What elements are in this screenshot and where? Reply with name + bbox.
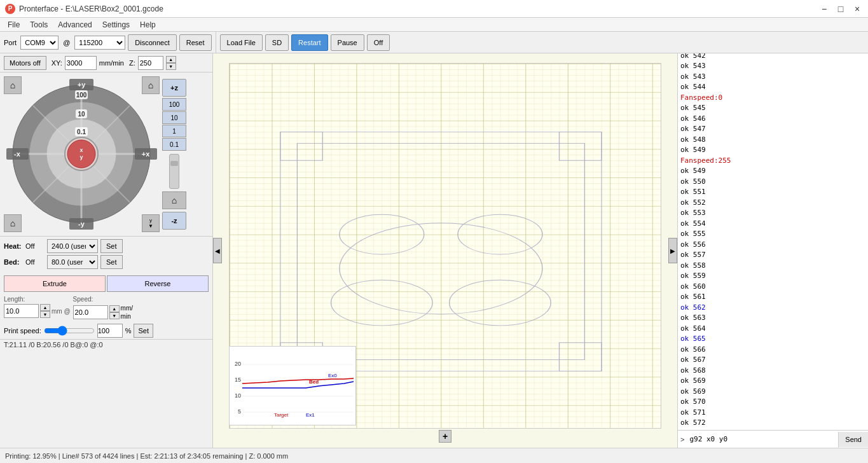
svg-text:Ex0: Ex0 [328,373,337,378]
expand-right-button[interactable]: ▶ [668,238,677,263]
console-line: ok 567 [680,355,865,366]
baud-select[interactable]: 115200 [74,36,125,50]
print-speed-input[interactable] [97,324,123,338]
maximize-button[interactable]: □ [835,3,846,15]
console-line: ok 561 [680,292,865,303]
close-button[interactable]: × [851,3,863,15]
console-input[interactable] [687,432,838,447]
svg-text:y: y [79,154,83,160]
extrude-button[interactable]: Extrude [4,275,106,292]
collapse-left-button[interactable]: ◀ [213,238,222,263]
bed-status: Off [25,258,45,266]
load-file-button[interactable]: Load File [220,34,263,51]
xy-speed-input[interactable] [65,56,97,70]
speed-group: Speed: ▲ ▼ mm/min [73,296,133,321]
menu-tools[interactable]: Tools [25,19,53,31]
z-up-button[interactable]: +z [162,79,186,97]
pause-button[interactable]: Pause [331,34,364,51]
print-speed-set-button[interactable]: Set [134,324,153,338]
speed-spinners: ▲ ▼ [109,305,120,319]
svg-text:10: 10 [78,111,85,118]
temp-status: T:21.11 /0 B:20.56 /0 B@:0 @:0 [0,339,212,350]
svg-text:20: 20 [235,361,241,367]
console-line: ok 555 [680,229,865,240]
print-speed-slider[interactable] [44,326,95,336]
z-speed-down-button[interactable]: ▼ [166,63,176,70]
add-button[interactable]: + [439,430,451,443]
console-line: ok 562 [680,303,865,314]
motors-row: Motors off XY: mm/min Z: ▲ ▼ [0,53,212,73]
console-line: ok 544 [680,82,865,93]
svg-text:x: x [79,147,83,153]
minimize-button[interactable]: − [818,3,830,15]
motors-off-button[interactable]: Motors off [4,56,46,70]
svg-text:0.1: 0.1 [77,128,86,135]
z-step-01-button[interactable]: 0.1 [162,138,186,151]
length-up-button[interactable]: ▲ [40,304,50,311]
print-speed-row: Print speed: % Set [0,322,212,339]
z-home-button[interactable]: ⌂ [162,191,186,209]
z-step-1-button[interactable]: 1 [162,125,186,137]
z-speed-input[interactable] [138,56,163,70]
console-line: ok 546 [680,114,865,125]
reset-button[interactable]: Reset [179,34,212,51]
length-group: Length: ▲ ▼ mm @ [4,296,71,318]
sd-button[interactable]: SD [265,34,289,51]
port-controls: Port COM9 @ 115200 Disconnect Reset [0,32,216,53]
speed-up-button[interactable]: ▲ [109,305,120,312]
console-line: ok 551 [680,187,865,198]
port-select[interactable]: COM9 [20,36,59,50]
menu-advanced[interactable]: Advanced [53,19,97,31]
heat-controls: Heat: Off 240.0 (user Set Bed: Off 80.0 … [0,236,212,273]
speed-down-button[interactable]: ▼ [109,312,120,319]
z-speed-up-button[interactable]: ▲ [166,56,176,63]
speed-input[interactable] [73,305,108,319]
z-controls: +z 100 10 1 0.1 ⌂ -z [162,76,186,230]
heat-row: Heat: Off 240.0 (user Set [4,239,209,253]
console-line: ok 557 [680,250,865,261]
right-panel: ok 535ok 535ok 536ok 537ok 538ok 538ok 5… [677,53,868,448]
svg-text:10: 10 [235,392,241,399]
menu-bar: File Tools Advanced Settings Help [0,18,868,32]
svg-text:+x: +x [142,150,150,158]
console-line: ok 550 [680,177,865,188]
content-area: Motors off XY: mm/min Z: ▲ ▼ ⌂ ⌂ ⌂ y▼ [0,53,868,448]
console-prompt: > [678,436,687,443]
restart-button[interactable]: Restart [291,34,327,51]
length-spinners: ▲ ▼ [40,304,50,318]
status-bar: Printing: 12.95% | Line# 573 of 4424 lin… [0,448,868,463]
heat-temp-select[interactable]: 240.0 (user [47,239,98,253]
z-step-10-button[interactable]: 10 [162,111,186,124]
console-line: Fanspeed:0 [680,93,865,104]
disconnect-button[interactable]: Disconnect [128,34,176,51]
console-send-button[interactable]: Send [838,432,868,447]
at-label: @ [61,39,72,46]
bed-set-button[interactable]: Set [100,255,123,269]
z-step-100-button[interactable]: 100 [162,98,186,111]
reverse-button[interactable]: Reverse [107,275,209,292]
length-input[interactable] [4,304,39,318]
heat-set-button[interactable]: Set [100,239,123,253]
console-area[interactable]: ok 535ok 535ok 536ok 537ok 538ok 538ok 5… [678,53,868,430]
menu-file[interactable]: File [3,19,25,31]
console-line: ok 553 [680,208,865,219]
left-panel: Motors off XY: mm/min Z: ▲ ▼ ⌂ ⌂ ⌂ y▼ [0,53,213,448]
temp-chart-svg: 20 15 10 5 Bed Ex0 Target Ex1 [230,347,356,425]
console-line: ok 543 [680,72,865,83]
console-line: ok 570 [680,397,865,408]
speed-unit: mm/min [121,304,133,321]
length-unit: mm @ [52,308,71,315]
off-button[interactable]: Off [367,34,390,51]
svg-text:Ex1: Ex1 [306,412,315,418]
svg-text:Bed: Bed [309,379,319,385]
menu-settings[interactable]: Settings [97,19,135,31]
menu-help[interactable]: Help [135,19,161,31]
svg-text:-x: -x [14,150,21,158]
console-line: ok 556 [680,240,865,251]
length-down-button[interactable]: ▼ [40,311,50,318]
top-bar: Port COM9 @ 115200 Disconnect Reset Load… [0,32,868,53]
title-bar-left: P Pronterface - E:\LASER\Box2_0001.gcode [5,4,163,14]
joystick-area: ⌂ ⌂ ⌂ y▼ [0,73,212,236]
bed-temp-select[interactable]: 80.0 (user [47,255,98,269]
z-down-button[interactable]: -z [162,212,186,230]
